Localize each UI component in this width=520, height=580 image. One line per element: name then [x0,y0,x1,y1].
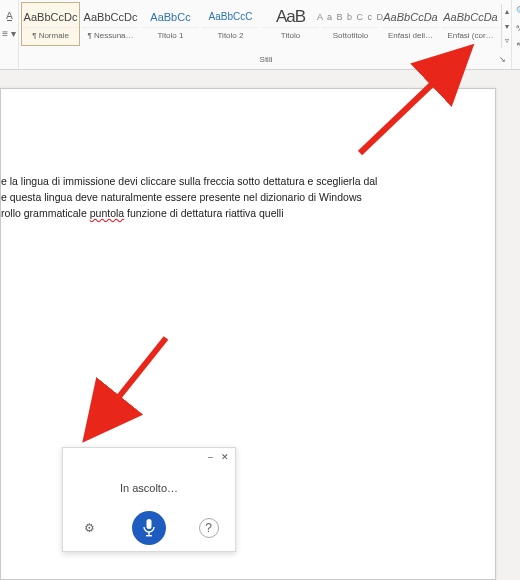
ribbon-misc-controls: A̲ ≡ ▾ [0,0,19,69]
select-button[interactable]: ↖ Seleziona ▾ [516,38,520,52]
styles-dialog-launcher[interactable]: ↘ [499,55,506,65]
style-nessuna[interactable]: AaBbCcDc ¶ Nessuna… [81,2,140,46]
find-button[interactable]: 🔍 Trova ▾ [516,4,520,18]
svg-rect-2 [146,535,152,536]
dictation-popup: – ✕ In ascolto… ⚙ ? [62,447,236,552]
document-body-text[interactable]: e la lingua di immissione devi cliccare … [1,173,481,221]
styles-group: AaBbCcDc ¶ Normale AaBbCcDc ¶ Nessuna… A… [19,0,511,69]
editing-group: 🔍 Trova ▾ ᵃ⁄ᵇ Sostituisci ↖ Seleziona ▾ … [511,0,520,69]
style-titolo[interactable]: AaB Titolo [261,2,320,46]
ribbon: A̲ ≡ ▾ AaBbCcDc ¶ Normale AaBbCcDc ¶ Nes… [0,0,520,70]
help-icon: ? [205,521,212,535]
styles-scroll-down[interactable]: ▾ [502,19,511,34]
styles-gallery-scroll: ▴ ▾ ▿ [501,4,511,48]
help-button[interactable]: ? [199,518,219,538]
mic-toggle-button[interactable] [132,511,166,545]
styles-group-label: Stili ↘ [21,55,511,69]
list-icon[interactable]: ≡ ▾ [0,26,18,40]
styles-scroll-up[interactable]: ▴ [502,4,511,19]
change-styles-icon[interactable]: A̲ [0,8,18,22]
editing-group-label: Modifica [512,55,520,69]
replace-button[interactable]: ᵃ⁄ᵇ Sostituisci [516,21,520,35]
minimize-button[interactable]: – [208,452,213,462]
style-enfasi-corsivo[interactable]: AaBbCcDa Enfasi (cor… [441,2,500,46]
style-sottotitolo[interactable]: A a B b C c D Sottotitolo [321,2,380,46]
search-icon: 🔍 [516,6,520,16]
style-titolo2[interactable]: AaBbCcC Titolo 2 [201,2,260,46]
styles-expand[interactable]: ▿ [502,33,511,48]
close-button[interactable]: ✕ [221,452,229,462]
styles-gallery: AaBbCcDc ¶ Normale AaBbCcDc ¶ Nessuna… A… [21,0,511,55]
svg-rect-0 [146,519,151,529]
style-titolo1[interactable]: AaBbCc Titolo 1 [141,2,200,46]
gear-icon: ⚙ [84,521,95,535]
style-enfasi-delicata[interactable]: AaBbCcDa Enfasi deli… [381,2,440,46]
microphone-icon [142,519,156,537]
style-normale[interactable]: AaBbCcDc ¶ Normale [21,2,80,46]
spelling-error[interactable]: puntola [90,207,124,219]
dictation-status: In ascolto… [63,466,235,509]
replace-icon: ᵃ⁄ᵇ [516,23,520,33]
cursor-icon: ↖ [516,40,520,50]
svg-rect-1 [148,532,149,535]
settings-button[interactable]: ⚙ [79,518,99,538]
